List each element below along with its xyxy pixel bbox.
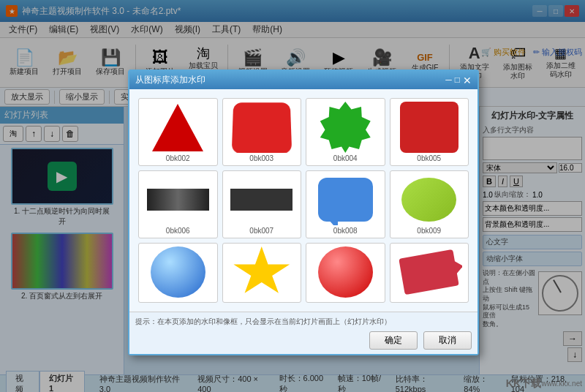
modal-footer: 提示：在本页添加的水印和像框，只会显示在当前幻灯片画面上（幻灯片水印） 确定 取… bbox=[129, 312, 478, 354]
icon-preview-0bk006 bbox=[145, 174, 211, 225]
black-rect-icon bbox=[147, 189, 209, 211]
green-seal-icon bbox=[318, 102, 373, 153]
icon-item-red-ball[interactable] bbox=[306, 243, 385, 303]
icon-item-0bk007[interactable]: 0bk007 bbox=[222, 170, 302, 238]
icon-item-blue-ball[interactable] bbox=[138, 243, 218, 303]
icon-item-0bk005[interactable]: 0bk005 bbox=[390, 98, 469, 166]
modal-title: 从图标库添加水印 bbox=[135, 74, 205, 86]
confirm-btn[interactable]: 确定 bbox=[369, 331, 418, 350]
icon-item-0bk006[interactable]: 0bk006 bbox=[138, 170, 218, 238]
icon-label-0bk008: 0bk008 bbox=[333, 227, 358, 235]
green-bubble-icon bbox=[401, 178, 456, 222]
icon-item-tag[interactable] bbox=[390, 243, 469, 303]
dark-rect-icon bbox=[230, 189, 292, 211]
tag-icon bbox=[399, 249, 459, 295]
star-icon bbox=[233, 246, 291, 298]
blue-ball-icon bbox=[151, 246, 205, 298]
modal-actions: 确定 取消 bbox=[135, 331, 472, 350]
icon-preview-star bbox=[229, 246, 295, 298]
icon-preview-0bk004 bbox=[312, 102, 378, 153]
modal-close-btn[interactable]: ✕ bbox=[463, 75, 472, 86]
icon-preview-0bk002 bbox=[145, 102, 211, 153]
icon-grid: 0bk002 0bk003 0bk004 bbox=[135, 95, 472, 306]
icon-label-0bk006: 0bk006 bbox=[166, 227, 190, 235]
red-rounded-icon bbox=[231, 102, 292, 153]
cancel-btn[interactable]: 取消 bbox=[423, 331, 472, 350]
icon-label-0bk003: 0bk003 bbox=[249, 154, 273, 162]
icon-preview-0bk008 bbox=[312, 174, 378, 225]
icon-preview-red-ball bbox=[312, 246, 378, 298]
icon-preview-blue-ball bbox=[145, 246, 211, 298]
icon-library-modal: 从图标库添加水印 ─ □ ✕ 0bk002 bbox=[128, 69, 479, 355]
icon-item-0bk004[interactable]: 0bk004 bbox=[306, 98, 385, 166]
modal-min-btn[interactable]: ─ bbox=[445, 75, 452, 86]
modal-header-controls: ─ □ ✕ bbox=[445, 75, 472, 86]
icon-label-0bk002: 0bk002 bbox=[166, 154, 190, 162]
red-triangle-icon bbox=[152, 104, 203, 151]
red-peel-icon bbox=[400, 102, 458, 153]
modal-tip: 提示：在本页添加的水印和像框，只会显示在当前幻灯片画面上（幻灯片水印） bbox=[135, 317, 472, 327]
modal-max-btn[interactable]: □ bbox=[455, 75, 460, 86]
icon-label-0bk005: 0bk005 bbox=[417, 154, 441, 162]
icon-item-0bk008[interactable]: 0bk008 bbox=[306, 170, 385, 238]
icon-item-0bk002[interactable]: 0bk002 bbox=[138, 98, 218, 166]
modal-overlay: 从图标库添加水印 ─ □ ✕ 0bk002 bbox=[0, 0, 585, 392]
icon-item-0bk009[interactable]: 0bk009 bbox=[390, 170, 469, 238]
red-ball-icon bbox=[318, 246, 373, 298]
icon-preview-tag bbox=[396, 246, 462, 298]
icon-preview-0bk007 bbox=[229, 174, 295, 225]
modal-header: 从图标库添加水印 ─ □ ✕ bbox=[129, 71, 478, 89]
modal-body: 0bk002 0bk003 0bk004 bbox=[129, 89, 478, 312]
icon-preview-0bk009 bbox=[396, 174, 462, 225]
icon-item-0bk003[interactable]: 0bk003 bbox=[222, 98, 302, 166]
icon-label-0bk007: 0bk007 bbox=[249, 227, 273, 235]
icon-label-0bk009: 0bk009 bbox=[417, 227, 441, 235]
speech-bubble-icon bbox=[318, 178, 373, 222]
icon-preview-0bk003 bbox=[229, 102, 295, 153]
icon-label-0bk004: 0bk004 bbox=[333, 154, 358, 162]
icon-preview-0bk005 bbox=[396, 102, 462, 153]
icon-item-star[interactable] bbox=[222, 243, 302, 303]
